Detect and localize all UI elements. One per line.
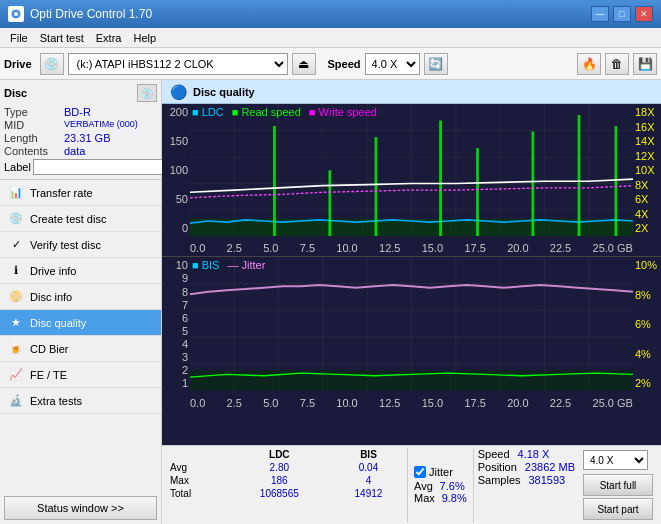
speed-value: 4.18 X — [518, 448, 550, 460]
burn-button[interactable]: 🔥 — [577, 53, 601, 75]
start-part-button[interactable]: Start part — [583, 498, 653, 520]
sidebar-item-cd-bier[interactable]: 🍺 CD Bier — [0, 336, 161, 362]
svg-rect-17 — [328, 170, 331, 236]
samples-value: 381593 — [529, 474, 566, 486]
top-y-axis-right: 18X 16X 14X 12X 10X 8X 6X 4X 2X — [633, 104, 661, 236]
eject-button[interactable]: ⏏ — [292, 53, 316, 75]
bottom-legend: ■ BIS — Jitter — [192, 259, 265, 271]
sidebar-label-fe-te: FE / TE — [30, 369, 67, 381]
top-x-axis: 0.0 2.5 5.0 7.5 10.0 12.5 15.0 17.5 20.0… — [190, 242, 633, 254]
sidebar-label-drive-info: Drive info — [30, 265, 76, 277]
speed-info: Speed 4.18 X Position 23862 MB Samples 3… — [474, 448, 579, 522]
disc-quality-icon: ★ — [8, 315, 24, 331]
svg-rect-16 — [273, 126, 276, 236]
sidebar-item-extra-tests[interactable]: 🔬 Extra tests — [0, 388, 161, 414]
fe-te-icon: 📈 — [8, 367, 24, 383]
svg-rect-19 — [439, 121, 442, 237]
disc-quality-panel: 🔵 Disc quality ■ LDC ■ Read speed ■ Writ… — [162, 80, 661, 524]
close-button[interactable]: ✕ — [635, 6, 653, 22]
stats-speed-select[interactable]: 4.0 X — [583, 450, 648, 470]
bottom-chart-svg — [190, 257, 633, 390]
length-key: Length — [4, 132, 64, 144]
top-chart: ■ LDC ■ Read speed ■ Write speed 200 150… — [162, 104, 661, 257]
content-area: 🔵 Disc quality ■ LDC ■ Read speed ■ Writ… — [162, 80, 661, 524]
read-speed-legend-label: ■ Read speed — [232, 106, 301, 118]
sidebar-item-disc-info[interactable]: 📀 Disc info — [0, 284, 161, 310]
jitter-checkbox[interactable] — [414, 466, 426, 478]
position-row: Position 23862 MB — [478, 461, 575, 473]
col-bis: BIS — [330, 448, 407, 461]
top-legend: ■ LDC ■ Read speed ■ Write speed — [192, 106, 377, 118]
stats-table: LDC BIS Avg 2.80 0.04 Max — [166, 448, 407, 522]
status-window-button[interactable]: Status window >> — [4, 496, 157, 520]
sidebar-label-verify-test-disc: Verify test disc — [30, 239, 101, 251]
start-full-button[interactable]: Start full — [583, 474, 653, 496]
extra-tests-icon: 🔬 — [8, 393, 24, 409]
verify-test-disc-icon: ✓ — [8, 237, 24, 253]
jitter-legend-label: — Jitter — [227, 259, 265, 271]
total-ldc: 1068565 — [229, 487, 330, 500]
jitter-max-val: 9.8% — [442, 492, 467, 504]
mid-key: MID — [4, 119, 64, 131]
sidebar-item-fe-te[interactable]: 📈 FE / TE — [0, 362, 161, 388]
app-title: Opti Drive Control 1.70 — [30, 7, 591, 21]
sidebar-item-disc-quality[interactable]: ★ Disc quality — [0, 310, 161, 336]
stats-area: LDC BIS Avg 2.80 0.04 Max — [162, 445, 661, 524]
cd-bier-icon: 🍺 — [8, 341, 24, 357]
col-ldc: LDC — [229, 448, 330, 461]
menu-extra[interactable]: Extra — [90, 30, 128, 46]
refresh-button[interactable]: 🔄 — [424, 53, 448, 75]
menu-file[interactable]: File — [4, 30, 34, 46]
speed-select[interactable]: 4.0 X — [365, 53, 420, 75]
max-label: Max — [166, 474, 229, 487]
bottom-y-axis-right: 10% 8% 6% 4% 2% — [633, 257, 661, 390]
disc-quality-header: 🔵 Disc quality — [162, 80, 661, 104]
svg-rect-37 — [190, 371, 633, 391]
sidebar-item-verify-test-disc[interactable]: ✓ Verify test disc — [0, 232, 161, 258]
bis-legend-label: ■ BIS — [192, 259, 219, 271]
total-label: Total — [166, 487, 229, 500]
top-y-axis-left: 200 150 100 50 0 — [162, 104, 190, 236]
menu-start-test[interactable]: Start test — [34, 30, 90, 46]
ldc-legend-label: ■ LDC — [192, 106, 224, 118]
label-input[interactable] — [33, 159, 166, 175]
erase-button[interactable]: 🗑 — [605, 53, 629, 75]
svg-rect-23 — [615, 126, 618, 236]
window-controls[interactable]: — □ ✕ — [591, 6, 653, 22]
sidebar: Disc 💿 Type BD-R MID VERBATIMe (000) Len… — [0, 80, 162, 524]
total-bis: 14912 — [330, 487, 407, 500]
stats-row-avg: Avg 2.80 0.04 — [166, 461, 407, 474]
bottom-chart: ■ BIS — Jitter 10 9 8 7 6 5 4 3 2 — [162, 257, 661, 410]
type-key: Type — [4, 106, 64, 118]
bottom-x-axis: 0.0 2.5 5.0 7.5 10.0 12.5 15.0 17.5 20.0… — [190, 397, 633, 409]
svg-rect-18 — [375, 137, 378, 236]
dq-header-icon: 🔵 — [170, 84, 187, 100]
sidebar-item-drive-info[interactable]: ℹ Drive info — [0, 258, 161, 284]
minimize-button[interactable]: — — [591, 6, 609, 22]
svg-rect-20 — [476, 148, 479, 236]
titlebar: Opti Drive Control 1.70 — □ ✕ — [0, 0, 661, 28]
samples-row: Samples 381593 — [478, 474, 575, 486]
max-bis: 4 — [330, 474, 407, 487]
sidebar-label-cd-bier: CD Bier — [30, 343, 69, 355]
drive-select[interactable]: (k:) ATAPI iHBS112 2 CLOK — [68, 53, 288, 75]
sidebar-item-transfer-rate[interactable]: 📊 Transfer rate — [0, 180, 161, 206]
samples-key: Samples — [478, 474, 521, 486]
svg-point-1 — [14, 12, 18, 16]
menu-help[interactable]: Help — [127, 30, 162, 46]
sidebar-item-create-test-disc[interactable]: 💿 Create test disc — [0, 206, 161, 232]
disc-icon-button[interactable]: 💿 — [137, 84, 157, 102]
jitter-section: Jitter Avg 7.6% Max 9.8% — [407, 448, 474, 522]
avg-ldc: 2.80 — [229, 461, 330, 474]
maximize-button[interactable]: □ — [613, 6, 631, 22]
svg-rect-22 — [578, 115, 581, 236]
transfer-rate-icon: 📊 — [8, 185, 24, 201]
save-button[interactable]: 💾 — [633, 53, 657, 75]
drive-icon-button[interactable]: 💿 — [40, 53, 64, 75]
nav-items: 📊 Transfer rate 💿 Create test disc ✓ Ver… — [0, 180, 161, 492]
speed-row: Speed 4.18 X — [478, 448, 575, 460]
drive-label: Drive — [4, 58, 32, 70]
max-ldc: 186 — [229, 474, 330, 487]
sidebar-label-disc-info: Disc info — [30, 291, 72, 303]
sidebar-label-extra-tests: Extra tests — [30, 395, 82, 407]
